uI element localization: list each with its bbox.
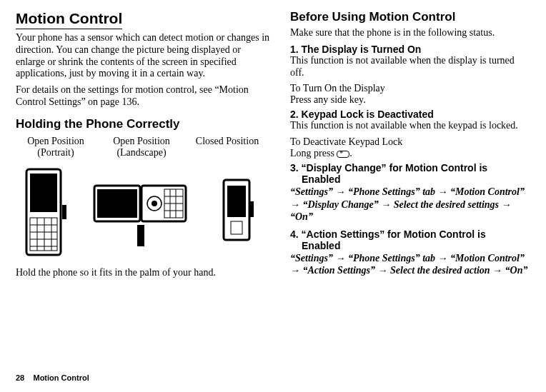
hold-caption: Hold the phone so it fits in the palm of… — [16, 267, 270, 279]
page-number: 28 — [16, 373, 24, 382]
step-3-head-l2: Enabled — [290, 174, 530, 185]
label-open-portrait-l1: Open Position — [16, 136, 96, 147]
label-closed: Closed Position — [187, 136, 267, 159]
step-2-subhead: To Deactivate Keypad Lock — [290, 136, 530, 148]
step-4-head-l2: Enabled — [290, 240, 530, 251]
footer-section: Motion Control — [33, 373, 89, 382]
step-1: 1. The Display is Turned On This functio… — [290, 44, 530, 106]
step-3: 3. “Display Change” for Motion Control i… — [290, 162, 530, 223]
svg-rect-26 — [249, 201, 254, 217]
step-3-head-l1: 3. “Display Change” for Motion Control i… — [290, 162, 487, 174]
holding-title: Holding the Phone Correctly — [16, 117, 270, 131]
label-open-landscape-l2: (Landscape) — [101, 147, 182, 159]
label-closed-l1: Closed Position — [187, 136, 267, 147]
svg-rect-22 — [137, 225, 144, 246]
step-2-subbody-post: . — [349, 148, 352, 159]
step-3-head: 3. “Display Change” for Motion Control i… — [290, 162, 530, 185]
page-footer: 28 Motion Control — [16, 373, 530, 382]
step-2-subbody: Long press . — [290, 148, 530, 159]
label-open-landscape-l1: Open Position — [101, 136, 182, 147]
step-4-path: “Settings” → “Phone Settings” tab → “Mot… — [290, 252, 530, 277]
star-key-icon — [337, 151, 349, 158]
label-open-landscape: Open Position (Landscape) — [101, 136, 182, 159]
intro-text: Your phone has a sensor which can detect… — [16, 32, 270, 80]
svg-rect-2 — [30, 218, 57, 251]
step-2-head: 2. Keypad Lock is Deactivated — [290, 109, 530, 120]
svg-point-15 — [152, 201, 157, 206]
phone-open-landscape-icon — [93, 166, 200, 260]
svg-rect-1 — [30, 174, 57, 212]
step-1-subhead: To Turn On the Display — [290, 83, 530, 94]
phone-open-portrait-icon — [16, 166, 87, 260]
step-4: 4. “Action Settings” for Motion Control … — [290, 228, 530, 277]
phone-closed-icon — [206, 166, 270, 260]
step-3-path: “Settings” → “Phone Settings” tab → “Mot… — [290, 186, 530, 223]
step-4-head: 4. “Action Settings” for Motion Control … — [290, 228, 530, 251]
left-column: Motion Control Your phone has a sensor w… — [16, 10, 270, 361]
label-open-portrait-l2: (Portrait) — [16, 147, 96, 159]
svg-rect-24 — [227, 186, 246, 217]
step-2-subbody-pre: Long press — [290, 148, 337, 159]
phone-figures — [16, 163, 270, 260]
step-2-body: This function is not available when the … — [290, 120, 530, 132]
svg-rect-25 — [231, 221, 242, 234]
page-title: Motion Control — [16, 10, 122, 29]
phone-position-labels: Open Position (Portrait) Open Position (… — [16, 136, 270, 159]
right-column: Before Using Motion Control Make sure th… — [290, 10, 530, 361]
svg-rect-10 — [62, 205, 66, 219]
step-1-head: 1. The Display is Turned On — [290, 44, 530, 55]
details-ref-text: For details on the settings for motion c… — [16, 84, 270, 109]
step-1-body: This function is not available when the … — [290, 55, 530, 79]
step-2: 2. Keypad Lock is Deactivated This funct… — [290, 109, 530, 159]
before-using-title: Before Using Motion Control — [290, 10, 530, 24]
make-sure-text: Make sure that the phone is in the follo… — [290, 27, 530, 39]
step-1-subbody: Press any side key. — [290, 94, 530, 106]
label-open-portrait: Open Position (Portrait) — [16, 136, 96, 159]
svg-rect-12 — [97, 189, 137, 218]
step-4-head-l1: 4. “Action Settings” for Motion Control … — [290, 228, 486, 240]
